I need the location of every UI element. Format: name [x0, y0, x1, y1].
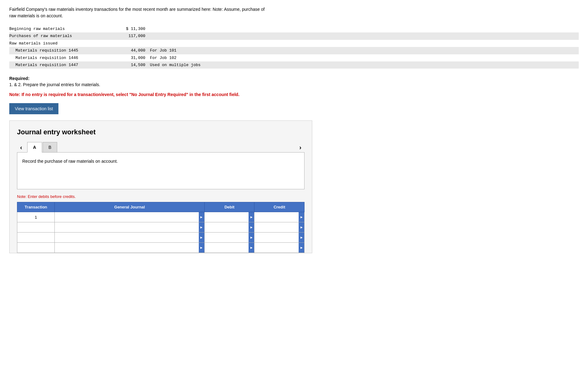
col-header-general-journal: General Journal	[55, 202, 205, 212]
table-row	[17, 222, 305, 233]
table-row: Materials requisition 1445 44,000 For Jo…	[9, 47, 579, 54]
table-row: 1	[17, 212, 305, 222]
debit-input-3[interactable]	[205, 234, 249, 241]
journal-cell-3[interactable]	[55, 233, 205, 243]
credit-input-4[interactable]	[254, 244, 299, 251]
table-row: Raw materials issued	[9, 40, 579, 47]
debit-arrow-2[interactable]	[249, 222, 254, 232]
tab-description: Record the purchase of raw materials on …	[22, 159, 299, 164]
table-row	[17, 243, 305, 253]
tab-a-button[interactable]: A	[27, 142, 42, 153]
required-section: Required: 1. & 2. Prepare the journal en…	[9, 76, 579, 87]
journal-input-1[interactable]	[55, 214, 199, 221]
note-red: Note: If no entry is required for a tran…	[9, 92, 579, 97]
col-header-debit: Debit	[204, 202, 254, 212]
debit-cell-1[interactable]	[204, 212, 254, 222]
required-label: Required:	[9, 76, 579, 81]
table-row: Beginning raw materials $ 11,300	[9, 25, 579, 32]
transaction-cell-1: 1	[17, 212, 55, 222]
credit-cell-3[interactable]	[254, 233, 305, 243]
table-row	[17, 233, 305, 243]
journal-input-4[interactable]	[55, 244, 199, 251]
prepare-text: 1. & 2. Prepare the journal entries for …	[9, 82, 579, 87]
credit-arrow-2[interactable]	[299, 222, 304, 232]
journal-input-3[interactable]	[55, 234, 199, 241]
worksheet-container: Journal entry worksheet ‹ A B › Record t…	[9, 120, 312, 253]
journal-input-2[interactable]	[55, 224, 199, 231]
col-header-credit: Credit	[254, 202, 305, 212]
journal-cell-2[interactable]	[55, 222, 205, 233]
dropdown-arrow-2[interactable]	[199, 222, 204, 232]
table-row: Purchases of raw materials 117,000	[9, 32, 579, 40]
credit-arrow-4[interactable]	[299, 243, 304, 253]
tab-next-button[interactable]: ›	[296, 143, 305, 152]
dropdown-arrow-1[interactable]	[199, 212, 204, 222]
tab-prev-button[interactable]: ‹	[17, 143, 25, 152]
transaction-cell-4	[17, 243, 55, 253]
credit-input-3[interactable]	[254, 234, 299, 241]
inventory-data-table: Beginning raw materials $ 11,300 Purchas…	[9, 25, 579, 69]
debit-input-4[interactable]	[205, 244, 249, 251]
debit-input-1[interactable]	[205, 214, 249, 221]
debit-cell-3[interactable]	[204, 233, 254, 243]
credit-arrow-1[interactable]	[299, 212, 304, 222]
debit-arrow-1[interactable]	[249, 212, 254, 222]
debit-input-2[interactable]	[205, 224, 249, 231]
credit-cell-2[interactable]	[254, 222, 305, 233]
tab-b-button[interactable]: B	[43, 142, 57, 153]
credit-input-1[interactable]	[254, 214, 299, 221]
debit-arrow-3[interactable]	[249, 233, 254, 242]
debit-cell-4[interactable]	[204, 243, 254, 253]
dropdown-arrow-4[interactable]	[199, 243, 204, 253]
transaction-cell-2	[17, 222, 55, 233]
col-header-transaction: Transaction	[17, 202, 55, 212]
intro-paragraph: Fairfield Company's raw materials invent…	[9, 6, 349, 19]
credit-cell-4[interactable]	[254, 243, 305, 253]
transaction-cell-3	[17, 233, 55, 243]
credit-arrow-3[interactable]	[299, 233, 304, 242]
credit-input-2[interactable]	[254, 224, 299, 231]
tab-content: Record the purchase of raw materials on …	[17, 152, 305, 189]
debit-arrow-4[interactable]	[249, 243, 254, 253]
table-row: Materials requisition 1447 14,500 Used o…	[9, 61, 579, 69]
tab-navigation: ‹ A B ›	[17, 142, 305, 152]
debit-cell-2[interactable]	[204, 222, 254, 233]
journal-table: Transaction General Journal Debit Credit…	[17, 202, 305, 253]
dropdown-arrow-3[interactable]	[199, 233, 204, 242]
table-row: Materials requisition 1446 31,000 For Jo…	[9, 54, 579, 61]
view-transaction-button[interactable]: View transaction list	[9, 103, 58, 114]
worksheet-title: Journal entry worksheet	[17, 128, 305, 136]
credit-cell-1[interactable]	[254, 212, 305, 222]
note-credits: Note: Enter debits before credits.	[17, 194, 305, 199]
journal-cell-1[interactable]	[55, 212, 205, 222]
journal-cell-4[interactable]	[55, 243, 205, 253]
